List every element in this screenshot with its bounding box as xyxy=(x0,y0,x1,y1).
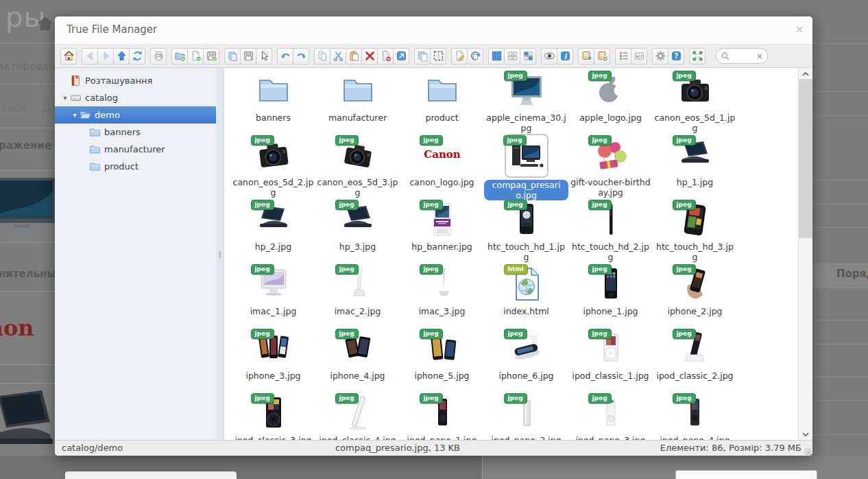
pointer-button[interactable] xyxy=(256,48,272,65)
file-item-htc_touch_hd_1.jpg[interactable]: jpeghtc_touch_hd_1.jpg xyxy=(484,200,568,264)
file-item-index.html[interactable]: htmlindex.html xyxy=(484,264,568,329)
help-button[interactable]: ? xyxy=(668,48,684,65)
file-item-ipod_classic_4.jpg[interactable]: jpegipod_classic_4.jpg xyxy=(315,393,400,440)
file-item-ipod_classic_1.jpg[interactable]: jpegipod_classic_1.jpg xyxy=(568,329,653,393)
filetype-badge: jpeg xyxy=(420,264,443,274)
info-button[interactable]: i xyxy=(557,48,573,65)
file-item-hp_banner.jpg[interactable]: jpeghp_banner.jpg xyxy=(400,200,484,264)
refresh-button[interactable] xyxy=(129,48,145,65)
cut-button[interactable] xyxy=(330,48,346,65)
undo-button[interactable] xyxy=(277,48,293,65)
file-item-iphone_3.jpg[interactable]: jpegiphone_3.jpg xyxy=(231,329,315,393)
filetype-badge: jpeg xyxy=(673,135,696,145)
search-input[interactable] xyxy=(730,51,756,61)
sort-az-button[interactable]: az xyxy=(631,48,647,65)
file-item-iphone_4.jpg[interactable]: jpegiphone_4.jpg xyxy=(315,329,400,393)
download-button[interactable] xyxy=(578,48,594,65)
duplicate-button[interactable] xyxy=(414,48,431,65)
file-thumbnail: jpeg xyxy=(507,393,546,433)
scroll-down-icon[interactable] xyxy=(799,429,812,439)
file-item-hp_2.jpg[interactable]: jpeghp_2.jpg xyxy=(231,200,315,264)
save-as-button[interactable] xyxy=(203,48,219,65)
panel-splitter[interactable] xyxy=(216,68,224,440)
file-item-ipod_nano_2.jpg[interactable]: jpegipod_nano_2.jpg xyxy=(484,393,568,440)
file-item-ipod_classic_3.jpg[interactable]: jpegipod_classic_3.jpg xyxy=(231,393,315,440)
file-item-ipod_nano_1.jpg[interactable]: jpegipod_nano_1.jpg xyxy=(400,393,484,440)
print-button[interactable] xyxy=(150,48,167,65)
file-item-iphone_6.jpg[interactable]: jpegiphone_6.jpg xyxy=(484,329,568,393)
search-box[interactable] xyxy=(716,48,768,64)
preview-button[interactable] xyxy=(541,48,557,65)
file-item-canon_logo.jpg[interactable]: jpegCanoncanon_logo.jpg xyxy=(400,135,484,200)
up-button[interactable] xyxy=(113,48,130,65)
resize-grip[interactable] xyxy=(804,448,811,455)
breadcrumb-home-icon xyxy=(36,15,54,32)
back-button[interactable] xyxy=(82,48,98,65)
redo-button[interactable] xyxy=(293,48,309,65)
new-file-button[interactable] xyxy=(187,48,204,65)
file-item-manufacturer[interactable]: manufacturer xyxy=(315,71,400,135)
scroll-up-icon[interactable] xyxy=(799,69,812,79)
svg-text:?: ? xyxy=(674,52,678,60)
paste-button[interactable] xyxy=(346,48,362,65)
rotate-button[interactable] xyxy=(467,48,483,65)
file-item-imac_2.jpg[interactable]: jpegimac_2.jpg xyxy=(315,264,400,329)
chevron-down-icon[interactable]: ▾ xyxy=(70,111,80,119)
file-item-iphone_1.jpg[interactable]: jpegiphone_1.jpg xyxy=(568,264,653,329)
forward-button[interactable] xyxy=(97,48,114,65)
view-small-tiles-button[interactable] xyxy=(504,48,520,65)
file-item-imac_1.jpg[interactable]: jpegimac_1.jpg xyxy=(231,264,315,329)
file-item-hp_3.jpg[interactable]: jpeghp_3.jpg xyxy=(315,200,400,264)
file-item-canon_eos_5d_1.jpg[interactable]: jpegcanon_eos_5d_1.jpg xyxy=(653,71,737,135)
home-button[interactable] xyxy=(60,48,77,65)
search-clear-icon[interactable] xyxy=(756,53,763,60)
select-area-button[interactable] xyxy=(430,48,446,65)
save-button[interactable] xyxy=(240,48,256,65)
list-view-button[interactable] xyxy=(615,48,631,65)
tree-item-manufacturer[interactable]: manufacturer xyxy=(55,141,216,158)
file-item-hp_1.jpg[interactable]: jpeghp_1.jpg xyxy=(653,135,737,200)
upload-button[interactable] xyxy=(594,48,610,65)
file-item-canon_eos_5d_3.jpg[interactable]: jpegcanon_eos_5d_3.jpg xyxy=(315,135,400,200)
vertical-scrollbar[interactable] xyxy=(798,68,812,440)
file-item-htc_touch_hd_2.jpg[interactable]: jpeghtc_touch_hd_2.jpg xyxy=(568,200,653,264)
file-item-product[interactable]: product xyxy=(400,71,484,135)
file-item-htc_touch_hd_3.jpg[interactable]: jpeghtc_touch_hd_3.jpg xyxy=(653,200,737,264)
edit-button[interactable] xyxy=(451,48,468,65)
file-label: gift-voucher-birthday.jpg xyxy=(570,177,651,198)
file-item-iphone_5.jpg[interactable]: jpegiphone_5.jpg xyxy=(400,329,484,393)
file-item-canon_eos_5d_2.jpg[interactable]: jpegcanon_eos_5d_2.jpg xyxy=(231,135,315,200)
file-thumbnail: jpeg xyxy=(675,393,715,433)
open-button[interactable] xyxy=(224,48,241,65)
file-item-ipod_nano_3.jpg[interactable]: jpegipod_nano_3.jpg xyxy=(568,393,653,440)
file-item-gift-voucher-birthday.jpg[interactable]: jpeggift-voucher-birthday.jpg xyxy=(568,135,653,200)
file-thumbnail: jpeg xyxy=(507,329,546,369)
tree-item-catalog[interactable]: ▾catalog xyxy=(55,89,216,106)
scrollbar-thumb[interactable] xyxy=(799,79,812,238)
file-item-ipod_classic_2.jpg[interactable]: jpegipod_classic_2.jpg xyxy=(653,329,737,393)
file-item-ipod_nano_4.jpg[interactable]: jpegipod_nano_4.jpg xyxy=(653,393,737,440)
settings-button[interactable] xyxy=(652,48,668,65)
view-mixed-tiles-button[interactable] xyxy=(520,48,536,65)
file-item-iphone_2.jpg[interactable]: jpegiphone_2.jpg xyxy=(653,264,737,329)
file-item-compaq_presario.jpg[interactable]: jpegcompaq_presario.jpg xyxy=(484,135,568,200)
tree-item-banners[interactable]: banners xyxy=(55,124,216,141)
view-large-tiles-button[interactable] xyxy=(488,48,505,65)
dialog-titlebar[interactable]: True File Manager × xyxy=(55,16,812,45)
file-item-banners[interactable]: banners xyxy=(231,71,315,135)
file-item-apple_logo.jpg[interactable]: jpegapple_logo.jpg xyxy=(568,71,653,135)
toolbar-group xyxy=(277,48,309,65)
go-into-button[interactable] xyxy=(393,48,409,65)
close-icon[interactable]: × xyxy=(795,23,804,36)
copy-button[interactable] xyxy=(314,48,330,65)
tree-item-product[interactable]: product xyxy=(55,158,216,175)
chevron-down-icon[interactable]: ▾ xyxy=(60,94,70,102)
tree-item-розташування[interactable]: Розташування xyxy=(55,72,216,89)
file-item-apple_cinema_30.jpg[interactable]: jpegapple_cinema_30.jpg xyxy=(484,71,568,135)
new-folder-button[interactable] xyxy=(171,48,188,65)
tree-item-demo[interactable]: ▾demo xyxy=(55,106,216,124)
remove-button[interactable] xyxy=(377,48,394,65)
fullscreen-button[interactable] xyxy=(689,48,706,65)
file-item-imac_3.jpg[interactable]: jpegimac_3.jpg xyxy=(400,264,484,329)
delete-button[interactable] xyxy=(361,48,378,65)
